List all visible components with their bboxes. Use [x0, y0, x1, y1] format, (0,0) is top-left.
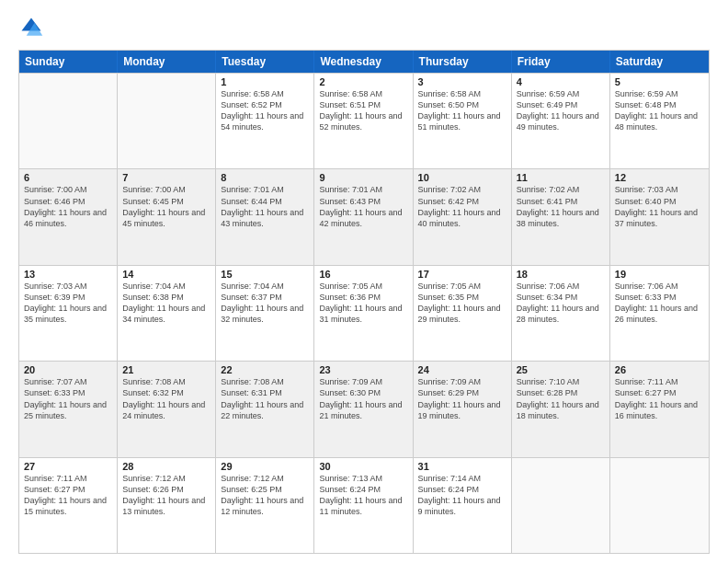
calendar-cell: 11Sunrise: 7:02 AM Sunset: 6:41 PM Dayli…	[512, 169, 610, 264]
calendar-cell: 12Sunrise: 7:03 AM Sunset: 6:40 PM Dayli…	[610, 169, 709, 264]
calendar-body: 1Sunrise: 6:58 AM Sunset: 6:52 PM Daylig…	[19, 73, 709, 553]
day-number: 29	[221, 461, 309, 472]
day-number: 16	[319, 269, 407, 280]
header-day-monday: Monday	[118, 51, 216, 73]
day-number: 12	[615, 172, 704, 183]
calendar-cell: 2Sunrise: 6:58 AM Sunset: 6:51 PM Daylig…	[314, 74, 413, 168]
day-number: 3	[418, 76, 506, 87]
day-number: 17	[418, 269, 506, 280]
calendar-cell: 4Sunrise: 6:59 AM Sunset: 6:49 PM Daylig…	[512, 74, 610, 168]
day-number: 9	[319, 172, 407, 183]
header-day-friday: Friday	[512, 51, 610, 73]
day-number: 19	[615, 269, 704, 280]
calendar-cell: 7Sunrise: 7:00 AM Sunset: 6:45 PM Daylig…	[118, 169, 216, 264]
page: SundayMondayTuesdayWednesdayThursdayFrid…	[0, 0, 728, 563]
header-day-saturday: Saturday	[610, 51, 709, 73]
day-number: 8	[221, 172, 309, 183]
day-detail: Sunrise: 7:01 AM Sunset: 6:44 PM Dayligh…	[221, 184, 309, 229]
day-detail: Sunrise: 7:07 AM Sunset: 6:33 PM Dayligh…	[24, 376, 112, 421]
day-number: 7	[122, 172, 210, 183]
day-detail: Sunrise: 7:12 AM Sunset: 6:26 PM Dayligh…	[122, 473, 210, 518]
day-detail: Sunrise: 7:10 AM Sunset: 6:28 PM Dayligh…	[517, 376, 605, 421]
day-detail: Sunrise: 7:13 AM Sunset: 6:24 PM Dayligh…	[319, 473, 407, 518]
calendar-cell: 26Sunrise: 7:11 AM Sunset: 6:27 PM Dayli…	[610, 362, 709, 456]
calendar-cell: 14Sunrise: 7:04 AM Sunset: 6:38 PM Dayli…	[118, 266, 216, 361]
day-detail: Sunrise: 6:58 AM Sunset: 6:52 PM Dayligh…	[221, 88, 309, 133]
calendar-cell: 21Sunrise: 7:08 AM Sunset: 6:32 PM Dayli…	[118, 362, 216, 456]
day-number: 5	[615, 76, 704, 87]
calendar-cell: 30Sunrise: 7:13 AM Sunset: 6:24 PM Dayli…	[314, 458, 413, 553]
day-number: 21	[122, 364, 210, 375]
calendar-cell: 16Sunrise: 7:05 AM Sunset: 6:36 PM Dayli…	[314, 266, 413, 361]
day-detail: Sunrise: 7:11 AM Sunset: 6:27 PM Dayligh…	[24, 473, 112, 518]
day-detail: Sunrise: 7:14 AM Sunset: 6:24 PM Dayligh…	[418, 473, 506, 518]
day-detail: Sunrise: 7:05 AM Sunset: 6:36 PM Dayligh…	[319, 281, 407, 326]
calendar-cell: 22Sunrise: 7:08 AM Sunset: 6:31 PM Dayli…	[216, 362, 314, 456]
logo-icon	[18, 15, 44, 40]
day-detail: Sunrise: 7:04 AM Sunset: 6:37 PM Dayligh…	[221, 281, 309, 326]
calendar-cell: 10Sunrise: 7:02 AM Sunset: 6:42 PM Dayli…	[414, 169, 512, 264]
calendar-cell	[610, 458, 709, 553]
day-detail: Sunrise: 7:01 AM Sunset: 6:43 PM Dayligh…	[319, 184, 407, 229]
day-number: 20	[24, 364, 112, 375]
day-number: 1	[221, 76, 309, 87]
day-detail: Sunrise: 7:04 AM Sunset: 6:38 PM Dayligh…	[122, 281, 210, 326]
day-detail: Sunrise: 6:58 AM Sunset: 6:50 PM Dayligh…	[418, 88, 506, 133]
calendar-week-3: 13Sunrise: 7:03 AM Sunset: 6:39 PM Dayli…	[19, 265, 709, 361]
calendar-week-2: 6Sunrise: 7:00 AM Sunset: 6:46 PM Daylig…	[19, 168, 709, 264]
calendar-cell: 3Sunrise: 6:58 AM Sunset: 6:50 PM Daylig…	[414, 74, 512, 168]
calendar-week-4: 20Sunrise: 7:07 AM Sunset: 6:33 PM Dayli…	[19, 361, 709, 456]
logo	[18, 15, 48, 40]
day-number: 22	[221, 364, 309, 375]
calendar: SundayMondayTuesdayWednesdayThursdayFrid…	[18, 50, 710, 554]
calendar-cell: 15Sunrise: 7:04 AM Sunset: 6:37 PM Dayli…	[216, 266, 314, 361]
calendar-cell	[118, 74, 216, 168]
day-number: 26	[615, 364, 704, 375]
day-detail: Sunrise: 6:58 AM Sunset: 6:51 PM Dayligh…	[319, 88, 407, 133]
calendar-cell: 31Sunrise: 7:14 AM Sunset: 6:24 PM Dayli…	[414, 458, 512, 553]
calendar-cell: 29Sunrise: 7:12 AM Sunset: 6:25 PM Dayli…	[216, 458, 314, 553]
day-number: 23	[319, 364, 407, 375]
day-number: 25	[517, 364, 605, 375]
day-detail: Sunrise: 7:00 AM Sunset: 6:45 PM Dayligh…	[122, 184, 210, 229]
day-detail: Sunrise: 7:00 AM Sunset: 6:46 PM Dayligh…	[24, 184, 112, 229]
day-number: 18	[517, 269, 605, 280]
day-detail: Sunrise: 7:09 AM Sunset: 6:30 PM Dayligh…	[319, 376, 407, 421]
calendar-cell: 28Sunrise: 7:12 AM Sunset: 6:26 PM Dayli…	[118, 458, 216, 553]
calendar-cell: 17Sunrise: 7:05 AM Sunset: 6:35 PM Dayli…	[414, 266, 512, 361]
day-number: 27	[24, 461, 112, 472]
calendar-cell: 24Sunrise: 7:09 AM Sunset: 6:29 PM Dayli…	[414, 362, 512, 456]
day-detail: Sunrise: 7:03 AM Sunset: 6:40 PM Dayligh…	[615, 184, 704, 229]
calendar-cell: 23Sunrise: 7:09 AM Sunset: 6:30 PM Dayli…	[314, 362, 413, 456]
day-detail: Sunrise: 7:02 AM Sunset: 6:42 PM Dayligh…	[418, 184, 506, 229]
header-day-wednesday: Wednesday	[314, 51, 413, 73]
day-detail: Sunrise: 7:06 AM Sunset: 6:34 PM Dayligh…	[517, 281, 605, 326]
day-number: 24	[418, 364, 506, 375]
day-detail: Sunrise: 7:09 AM Sunset: 6:29 PM Dayligh…	[418, 376, 506, 421]
day-number: 2	[319, 76, 407, 87]
day-number: 14	[122, 269, 210, 280]
calendar-week-5: 27Sunrise: 7:11 AM Sunset: 6:27 PM Dayli…	[19, 457, 709, 553]
day-number: 15	[221, 269, 309, 280]
calendar-cell	[512, 458, 610, 553]
day-detail: Sunrise: 6:59 AM Sunset: 6:49 PM Dayligh…	[517, 88, 605, 133]
header-day-sunday: Sunday	[19, 51, 118, 73]
day-number: 31	[418, 461, 506, 472]
calendar-cell: 13Sunrise: 7:03 AM Sunset: 6:39 PM Dayli…	[19, 266, 118, 361]
day-number: 10	[418, 172, 506, 183]
day-detail: Sunrise: 7:11 AM Sunset: 6:27 PM Dayligh…	[615, 376, 704, 421]
calendar-cell: 1Sunrise: 6:58 AM Sunset: 6:52 PM Daylig…	[216, 74, 314, 168]
day-detail: Sunrise: 7:03 AM Sunset: 6:39 PM Dayligh…	[24, 281, 112, 326]
day-number: 28	[122, 461, 210, 472]
day-detail: Sunrise: 7:08 AM Sunset: 6:31 PM Dayligh…	[221, 376, 309, 421]
calendar-cell	[19, 74, 118, 168]
header-day-tuesday: Tuesday	[216, 51, 314, 73]
day-number: 13	[24, 269, 112, 280]
day-detail: Sunrise: 7:08 AM Sunset: 6:32 PM Dayligh…	[122, 376, 210, 421]
day-detail: Sunrise: 7:12 AM Sunset: 6:25 PM Dayligh…	[221, 473, 309, 518]
calendar-cell: 5Sunrise: 6:59 AM Sunset: 6:48 PM Daylig…	[610, 74, 709, 168]
header	[18, 15, 710, 40]
calendar-cell: 19Sunrise: 7:06 AM Sunset: 6:33 PM Dayli…	[610, 266, 709, 361]
day-number: 4	[517, 76, 605, 87]
header-day-thursday: Thursday	[414, 51, 512, 73]
